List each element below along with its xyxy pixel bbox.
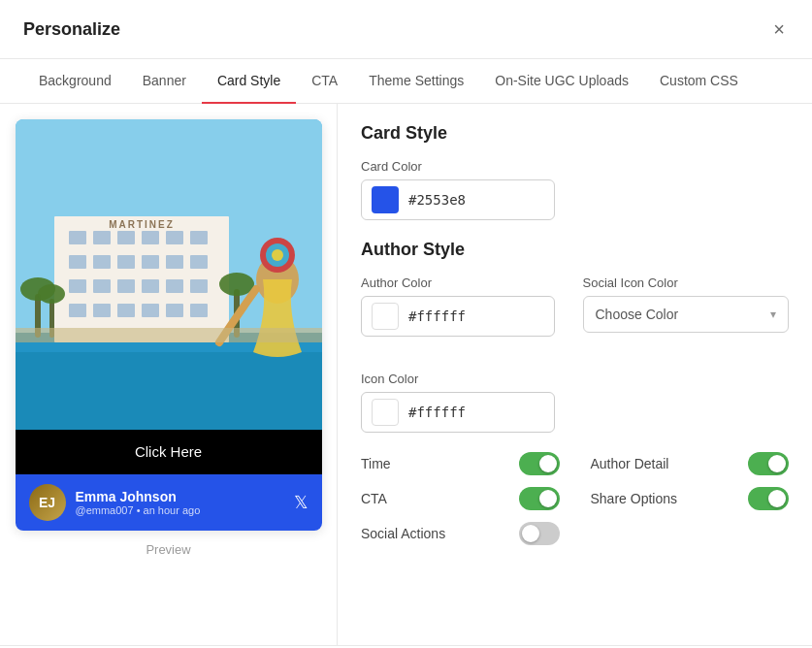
- tab-on-site-ugc-uploads[interactable]: On-Site UGC Uploads: [479, 59, 644, 104]
- svg-rect-22: [69, 304, 86, 317]
- card-cta-text: Click Here: [135, 443, 202, 460]
- share-options-label: Share Options: [591, 491, 678, 506]
- author-detail-toggle-knob: [768, 455, 786, 472]
- svg-rect-27: [190, 304, 208, 317]
- svg-rect-25: [142, 304, 159, 317]
- time-toggle-row: Time: [361, 452, 560, 475]
- svg-rect-11: [93, 255, 111, 269]
- tab-banner[interactable]: Banner: [127, 59, 202, 104]
- social-actions-toggle-knob: [522, 525, 539, 542]
- tab-background[interactable]: Background: [23, 59, 127, 104]
- social-actions-label: Social Actions: [361, 526, 445, 541]
- svg-rect-10: [69, 255, 86, 269]
- svg-rect-7: [142, 231, 159, 244]
- time-toggle[interactable]: [519, 452, 560, 475]
- card-color-label: Card Color: [361, 159, 789, 174]
- svg-rect-13: [142, 255, 159, 269]
- svg-rect-19: [142, 279, 159, 293]
- svg-rect-39: [16, 328, 322, 342]
- icon-color-group: Icon Color #ffffff: [361, 372, 789, 433]
- card-style-title: Card Style: [361, 123, 789, 144]
- svg-rect-14: [166, 255, 183, 269]
- icon-color-swatch: [372, 399, 399, 426]
- svg-point-32: [38, 284, 65, 304]
- author-name: Emma Johnson: [76, 489, 284, 504]
- preview-label: Preview: [146, 542, 190, 557]
- svg-rect-15: [190, 255, 208, 269]
- author-detail-toggle[interactable]: [748, 452, 789, 475]
- preview-panel: MARTINEZ: [0, 104, 338, 645]
- svg-rect-17: [93, 279, 111, 293]
- toggle-rows: Time Author Detail CTA Share Options: [361, 452, 789, 545]
- social-icon-color-placeholder: Choose Color: [596, 307, 679, 322]
- svg-rect-24: [117, 304, 135, 317]
- card-style-section: Card Style Card Color #2553e8: [361, 123, 789, 220]
- icon-color-label: Icon Color: [361, 372, 789, 386]
- modal-title: Personalize: [23, 19, 120, 40]
- svg-rect-5: [93, 231, 111, 244]
- svg-rect-4: [69, 231, 86, 244]
- svg-rect-23: [93, 304, 111, 317]
- svg-rect-6: [117, 231, 135, 244]
- social-actions-toggle-row: Social Actions: [361, 522, 560, 545]
- svg-text:MARTINEZ: MARTINEZ: [109, 219, 175, 230]
- card-preview: MARTINEZ: [16, 119, 322, 531]
- author-color-label: Author Color: [361, 275, 568, 290]
- svg-rect-8: [166, 231, 183, 244]
- cta-toggle-row: CTA: [361, 487, 560, 510]
- author-info: Emma Johnson @emma007 • an hour ago: [76, 489, 284, 516]
- author-style-title: Author Style: [361, 240, 789, 260]
- svg-rect-16: [69, 279, 86, 293]
- social-icon-color-group: Social Icon Color Choose Color ▾: [583, 275, 790, 337]
- author-detail-toggle-row: Author Detail: [591, 452, 790, 475]
- share-options-toggle-row: Share Options: [591, 487, 790, 510]
- card-cta-bar: Click Here: [16, 430, 322, 474]
- icon-color-value: #ffffff: [408, 405, 466, 420]
- svg-point-38: [272, 249, 283, 261]
- main-content: MARTINEZ: [0, 104, 812, 645]
- svg-point-34: [219, 273, 254, 296]
- share-options-toggle[interactable]: [748, 487, 789, 510]
- avatar: EJ: [29, 484, 66, 521]
- icon-color-input[interactable]: #ffffff: [361, 392, 555, 433]
- twitter-icon: 𝕏: [294, 492, 309, 513]
- author-color-swatch: [372, 303, 399, 330]
- svg-rect-20: [166, 279, 183, 293]
- modal-header: Personalize ×: [0, 0, 812, 59]
- card-author-bar: EJ Emma Johnson @emma007 • an hour ago 𝕏: [16, 474, 322, 531]
- author-detail-label: Author Detail: [591, 456, 669, 471]
- author-style-section: Author Style Author Color #ffffff Social…: [361, 240, 789, 433]
- cta-toggle[interactable]: [519, 487, 560, 510]
- social-icon-color-select[interactable]: Choose Color ▾: [583, 296, 790, 333]
- social-actions-toggle[interactable]: [519, 522, 560, 545]
- card-color-swatch: [372, 186, 399, 213]
- author-color-row: Author Color #ffffff Social Icon Color C…: [361, 275, 789, 356]
- time-label: Time: [361, 456, 391, 471]
- cta-toggle-knob: [539, 490, 557, 507]
- svg-rect-12: [117, 255, 135, 269]
- svg-rect-9: [190, 231, 208, 244]
- svg-rect-26: [166, 304, 183, 317]
- svg-rect-18: [117, 279, 135, 293]
- card-image: MARTINEZ: [16, 119, 322, 430]
- author-color-group: Author Color #ffffff: [361, 275, 568, 337]
- social-icon-color-label: Social Icon Color: [583, 275, 790, 290]
- author-color-input[interactable]: #ffffff: [361, 296, 555, 337]
- tab-theme-settings[interactable]: Theme Settings: [353, 59, 479, 104]
- chevron-down-icon: ▾: [770, 308, 776, 321]
- tab-card-style[interactable]: Card Style: [202, 59, 296, 104]
- tabs-navigation: Background Banner Card Style CTA Theme S…: [0, 59, 812, 104]
- tab-cta[interactable]: CTA: [296, 59, 353, 104]
- share-options-toggle-knob: [768, 490, 786, 507]
- close-button[interactable]: ×: [769, 16, 789, 43]
- card-color-value: #2553e8: [408, 192, 466, 208]
- cta-label: CTA: [361, 491, 387, 506]
- author-handle: @emma007 • an hour ago: [76, 504, 284, 516]
- time-toggle-knob: [539, 455, 557, 472]
- tab-custom-css[interactable]: Custom CSS: [644, 59, 754, 104]
- svg-rect-21: [190, 279, 208, 293]
- settings-panel: Card Style Card Color #2553e8 Author Sty…: [338, 104, 812, 645]
- card-color-input[interactable]: #2553e8: [361, 179, 555, 220]
- author-color-value: #ffffff: [408, 308, 466, 324]
